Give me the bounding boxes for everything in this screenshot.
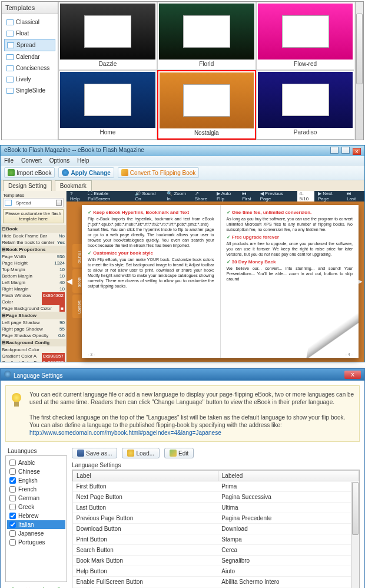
edit-button[interactable]: Edit (164, 448, 194, 458)
page-indicator[interactable]: 4-5/10 (297, 191, 314, 201)
language-item-italian[interactable]: Italian (7, 520, 65, 529)
setting-row[interactable]: Right Margin10 (1, 286, 66, 292)
template-item-float[interactable]: Float (4, 28, 55, 39)
template-item-calendar[interactable]: Calendar (4, 51, 55, 62)
translation-row[interactable]: Book Mark ButtonSegnalibro (73, 556, 359, 566)
prev-button[interactable]: ◀ Previous Page (260, 191, 294, 201)
setting-row[interactable]: Top Margin10 (1, 266, 66, 273)
table-scrollbar[interactable] (351, 482, 359, 588)
setting-row[interactable]: ⊟Background Config (1, 339, 66, 346)
language-checkbox[interactable] (9, 521, 16, 528)
template-item-conciseness[interactable]: Conciseness (4, 62, 55, 74)
apply-change-button[interactable]: Apply Change (58, 167, 114, 178)
language-item-hebrew[interactable]: Hebrew (7, 511, 65, 520)
language-item-french[interactable]: French (7, 485, 65, 494)
language-item-german[interactable]: German (7, 494, 65, 503)
settings-tree[interactable]: ⊟BookHide Book Frame BarNoRetain the boo… (1, 225, 66, 362)
translation-row[interactable]: Download ButtonDownload (73, 524, 359, 534)
maximize-button[interactable] (341, 147, 350, 154)
translation-row[interactable]: Next Page ButtonPagina Successiva (73, 492, 359, 503)
languages-list[interactable]: ArabicChineseEnglishFrenchGermanGreekHeb… (5, 455, 67, 582)
customize-template-button[interactable]: Please customize the flash template here (3, 209, 64, 223)
template-item-lively[interactable]: Lively (4, 74, 55, 85)
translation-row[interactable]: Previous Page ButtonPagina Precedente (73, 513, 359, 524)
template-item-classical[interactable]: Classical (4, 16, 55, 28)
templates-scrollbar[interactable] (355, 2, 363, 140)
convert-button[interactable]: Convert To Flipping Book (118, 167, 200, 178)
thumbnails-tab[interactable]: Thumb (72, 244, 82, 267)
setting-row[interactable]: Gradient Color B0x998757 (1, 359, 66, 362)
template-thumb-flow-red[interactable]: Flow-red (256, 2, 355, 70)
template-thumb-home[interactable]: Home (58, 70, 157, 140)
autoflip-button[interactable]: ▶ Auto Flip (217, 191, 238, 201)
first-button[interactable]: ⏮ First (242, 191, 256, 201)
move-down-button[interactable]: ⬇ (54, 586, 64, 588)
tab-bookmark[interactable]: Bookmark (55, 180, 92, 191)
sound-button[interactable]: 🔊 Sound On (135, 191, 162, 201)
book[interactable]: Keep eBook Hyperlink, Bookmark and Text … (82, 205, 359, 358)
language-item-portugues[interactable]: Portugues (7, 538, 65, 547)
close-button[interactable]: × (353, 148, 361, 155)
dialog-close-button[interactable]: X (344, 371, 361, 379)
next-button[interactable]: ▶ Next Page (318, 191, 343, 201)
save-as-button[interactable]: Save as... (72, 448, 117, 458)
menu-help[interactable]: Help (77, 157, 89, 164)
language-checkbox[interactable] (9, 513, 16, 519)
setting-row[interactable]: Left Margin40 (1, 279, 66, 286)
language-checkbox[interactable] (9, 495, 16, 501)
language-checkbox[interactable] (9, 468, 16, 475)
tab-design-setting[interactable]: Design Setting (3, 180, 52, 191)
translation-row[interactable]: First ButtonPrima (73, 481, 359, 492)
help-button[interactable]: ? Help (70, 191, 83, 201)
language-item-japanese[interactable]: Japanese (7, 529, 65, 538)
import-ebook-button[interactable]: Import eBook (4, 167, 55, 178)
translations-table[interactable]: Label Labeled First ButtonPrimaNext Page… (72, 470, 360, 588)
template-selector[interactable]: Spread (3, 198, 64, 207)
share-button[interactable]: ↗ Share (195, 191, 212, 201)
translation-row[interactable]: Print ButtonStampa (73, 534, 359, 545)
translation-row[interactable]: Help ButtonAiuto (73, 566, 359, 577)
menu-file[interactable]: File (4, 157, 14, 164)
translation-row[interactable]: Last ButtonUltima (73, 503, 359, 513)
setting-row[interactable]: ⊟Book (1, 225, 66, 233)
setting-row[interactable]: Bottom Margin10 (1, 273, 66, 279)
template-thumb-paradiso[interactable]: Paradiso (256, 70, 355, 140)
add-language-button[interactable]: ✚ (8, 586, 18, 588)
setting-row[interactable]: ⊟Page Shadow (1, 312, 66, 319)
translation-row[interactable]: Enable FullScreen ButtonAbilita Schermo … (73, 577, 359, 587)
setting-row[interactable]: Background Color (1, 346, 66, 353)
template-thumb-dazzle[interactable]: Dazzle (58, 2, 157, 70)
setting-row[interactable]: Page Shadow Opacity0.6 (1, 332, 66, 339)
language-item-arabic[interactable]: Arabic (7, 458, 65, 467)
load-button[interactable]: Load... (122, 448, 160, 458)
dropdown-icon[interactable] (56, 200, 62, 206)
col-labeled[interactable]: Labeled (218, 471, 359, 481)
setting-row[interactable]: Retain the book to centerYes (1, 239, 66, 246)
zoom-button[interactable]: 🔍 Zoom In (167, 191, 190, 201)
menu-options[interactable]: Options (49, 157, 69, 164)
window-titlebar[interactable]: eBook to Flash Magazine -- eBook to Flas… (1, 146, 364, 156)
language-checkbox[interactable] (9, 504, 16, 510)
template-thumb-florid[interactable]: Florid (157, 2, 256, 70)
page-curl[interactable] (306, 295, 359, 358)
example-link[interactable]: http://www.somedomain.com/mybook.html#pa… (29, 430, 221, 436)
language-checkbox[interactable] (9, 460, 16, 466)
setting-row[interactable]: Hide Book Frame BarNo (1, 233, 66, 239)
menu-convert[interactable]: Convert (21, 157, 42, 164)
last-button[interactable]: ⏭ Last (347, 191, 361, 201)
setting-row[interactable]: Page Width936 (1, 253, 66, 260)
language-item-chinese[interactable]: Chinese (7, 467, 65, 476)
language-checkbox[interactable] (9, 539, 16, 546)
setting-row[interactable]: Gradient Color A0x998957 (1, 353, 66, 359)
remove-language-button[interactable]: ✖ (23, 586, 34, 588)
move-up-button[interactable]: ⬆ (38, 586, 49, 588)
language-checkbox[interactable] (9, 486, 16, 493)
dialog-titlebar[interactable]: Language Settings X (1, 369, 364, 381)
fullscreen-button[interactable]: ⛶ Enable FullScreen (88, 191, 130, 201)
template-item-singleslide[interactable]: SingleSlide (4, 85, 55, 96)
minimize-button[interactable] (330, 147, 339, 154)
setting-row[interactable]: Flash Window Color0x864302 (1, 292, 66, 305)
language-checkbox[interactable] (9, 530, 16, 537)
col-label[interactable]: Label (73, 471, 218, 481)
language-checkbox[interactable] (9, 477, 16, 484)
